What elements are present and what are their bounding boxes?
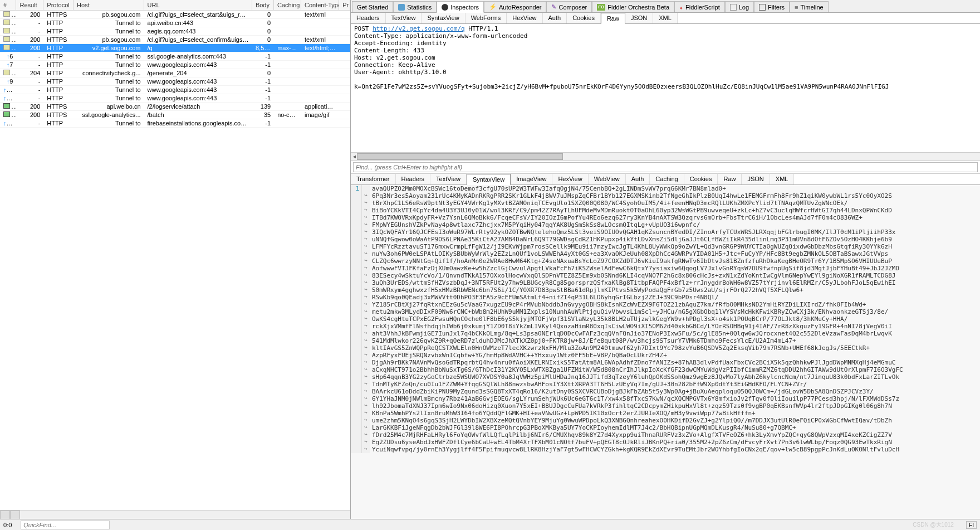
- response-tab-auth[interactable]: Auth: [626, 174, 650, 184]
- response-tab-imageview[interactable]: ImageView: [511, 174, 552, 184]
- code-line: ↪aht3VhhJkBFwmjiGE7IunJxl7q4bCKkOLmg/8q+…: [351, 330, 980, 337]
- response-tab-textview[interactable]: TextView: [430, 174, 467, 184]
- table-row[interactable]: 12200HTTPSapi.weibo.cn/2/logservice/atta…: [0, 103, 350, 111]
- request-raw-view[interactable]: POST http://v2.get.sogou.com/q HTTP/1.1 …: [351, 24, 980, 152]
- response-tab-json[interactable]: JSON: [742, 174, 770, 184]
- request-inspector-tabs: HeadersTextViewSyntaxViewWebFormsHexView…: [351, 13, 980, 24]
- table-row[interactable]: 8204HTTPconnectivitycheck.g.../generate_…: [0, 69, 350, 77]
- tab-inspectors[interactable]: Inspectors: [437, 1, 484, 13]
- timeline-icon: ≡: [795, 4, 798, 11]
- response-syntax-view[interactable]: 1avaQUPZO2Mm0MOXcBSWc16toDemof3cfgU70sUP…: [351, 185, 980, 519]
- request-horizontal-scrollbar[interactable]: ◄: [351, 152, 980, 161]
- wrap-icon: ↪: [362, 308, 370, 315]
- tab-get-started[interactable]: Get Started: [352, 1, 393, 12]
- cursor-position: 0:0: [3, 522, 12, 528]
- code-line: ↪3uQh3UrEDS/wttmSfHZVszbDqJ+3NT5RFUt2y7h…: [351, 279, 980, 286]
- code-line: ↪ITBd7KWOVRxKpdyFR+Vz7YsnL6QMoBkk6/FcqeC…: [351, 214, 980, 221]
- tab-autoresponder[interactable]: ⚡AutoResponder: [484, 1, 546, 12]
- tab-label: Statistics: [407, 4, 432, 11]
- tab-label: Get Started: [357, 4, 388, 11]
- wrap-icon: ↪: [362, 359, 370, 366]
- tab-filters[interactable]: Filters: [754, 1, 790, 12]
- tab-label: Filters: [768, 4, 785, 11]
- col-result[interactable]: Result: [16, 0, 43, 10]
- sessions-header[interactable]: # Result Protocol Host URL Body Caching …: [0, 0, 350, 11]
- code-line: ↪metu2mkw3MLydDIxF09Nw6rCNC+bWb8m2HUhW9u…: [351, 308, 980, 315]
- wrap-icon: ↪: [362, 373, 370, 381]
- col-content-type[interactable]: Content-Type: [301, 0, 339, 10]
- request-tab-json[interactable]: JSON: [625, 13, 653, 23]
- request-tab-textview[interactable]: TextView: [386, 13, 422, 23]
- response-tab-caching[interactable]: Caching: [650, 174, 684, 184]
- code-line: ↪BAArkcU61oDddZbiKiPNU9MyZqund3sSGQ8TxXT…: [351, 388, 980, 395]
- code-line: ↪RSwKb9qo0QEadj3xMWVVtt0DhPO3F3FA5z9cEFU…: [351, 294, 980, 301]
- table-row[interactable]: ↑11-HTTPTunnel towww.googleapis.com:443-…: [0, 94, 350, 103]
- request-tab-cookies[interactable]: Cookies: [567, 13, 601, 23]
- table-row[interactable]: 5200HTTPv2.get.sogou.com/q8,525max-ag...…: [0, 44, 350, 52]
- col-caching[interactable]: Caching: [274, 0, 301, 10]
- tab-log[interactable]: Log: [725, 1, 754, 12]
- table-row[interactable]: ↑14-HTTPTunnel tofirebaseinstallations.g…: [0, 119, 350, 128]
- fo-icon: FO: [597, 4, 605, 11]
- response-tab-webview[interactable]: WebView: [589, 174, 626, 184]
- wrap-icon: [362, 185, 370, 192]
- col-host[interactable]: Host: [74, 0, 144, 10]
- find-input[interactable]: [353, 162, 978, 172]
- code-line: ↪83ESecy4wSktuYcVo/1/QnvndTKkA157OXxolHo…: [351, 272, 980, 279]
- quickfind-input[interactable]: [21, 521, 110, 529]
- table-row[interactable]: ↑9-HTTPTunnel towww.googleapis.com:443-1: [0, 77, 350, 86]
- arrow-up-icon: ↑: [3, 120, 13, 127]
- col-protocol[interactable]: Protocol: [43, 0, 74, 10]
- table-row[interactable]: ↑10-HTTPTunnel towww.googleapis.com:443-…: [0, 86, 350, 94]
- code-line: ↪fDrd25M4c7MjRHFaLHRyl6FoYqOWvfWlLQfLqlP…: [351, 431, 980, 439]
- tab-fiddler-orchestra-beta[interactable]: FOFiddler Orchestra Beta: [592, 1, 674, 12]
- code-line: ↪LarGKKBFiJgeNFqgDb2bWJFGl39l8WE6PI8POhr…: [351, 424, 980, 431]
- code-line: ↪FMpWYEGUnshVZkPvNay4p8wtlaxc7Zhcjxx7M5P…: [351, 221, 980, 228]
- table-row[interactable]: 13200HTTPSssl.google-analytics.../batch3…: [0, 111, 350, 119]
- response-tab-raw[interactable]: Raw: [718, 174, 742, 184]
- response-tab-hexview[interactable]: HexView: [552, 174, 588, 184]
- tab-composer[interactable]: ✎Composer: [546, 1, 592, 12]
- response-tab-cookies[interactable]: Cookies: [684, 174, 718, 184]
- col-body[interactable]: Body: [252, 0, 274, 10]
- wrap-icon: ↪: [362, 243, 370, 250]
- col-process[interactable]: Pr: [339, 0, 350, 10]
- request-tab-auth[interactable]: Auth: [543, 13, 567, 23]
- flag-button[interactable]: Fl: [966, 521, 977, 529]
- response-tab-transformer[interactable]: Transformer: [351, 174, 396, 184]
- code-line: ↪BiBoYCKkVTI4CpYc4da4U3Y3UJ0y01W/wol3KRF…: [351, 207, 980, 214]
- wrap-icon: ↪: [362, 200, 370, 207]
- col-number[interactable]: #: [0, 0, 16, 10]
- code-line: ↪OwKS4cgHtuTCPxEG2FwsuHQnCOche0lF8bE6yS5…: [351, 315, 980, 323]
- response-tab-xml[interactable]: XML: [770, 174, 795, 184]
- request-url-link[interactable]: http://v2.get.sogou.com/q: [373, 25, 465, 32]
- tab-timeline[interactable]: ≡Timeline: [790, 1, 829, 12]
- table-row[interactable]: 1200HTTPSpb.sogou.com/cl.gif?uigs_cl=sel…: [0, 11, 350, 19]
- table-row[interactable]: 3-HTTPTunnel toaegis.qq.com:4430: [0, 27, 350, 36]
- request-tab-hexview[interactable]: HexView: [507, 13, 542, 23]
- sessions-horizontal-scrollbar[interactable]: [0, 510, 350, 519]
- response-tab-headers[interactable]: Headers: [396, 174, 431, 184]
- request-tab-headers[interactable]: Headers: [351, 13, 386, 23]
- table-row[interactable]: 4200HTTPSpb.sogou.com/cl.gif?uigs_cl=sel…: [0, 36, 350, 44]
- request-tab-raw[interactable]: Raw: [601, 13, 625, 24]
- code-line: ↪3IQcWQFAYr16QJCFEsI3oWuR97WLrRty92ykOZO…: [351, 228, 980, 236]
- wrap-icon: ↪: [362, 330, 370, 337]
- code-line: ↪6Y1YHaJNM0jNWlmBmcny7Rbz41AaB6GvjEOEG/s…: [351, 395, 980, 402]
- col-url[interactable]: URL: [144, 0, 252, 10]
- request-tab-xml[interactable]: XML: [653, 13, 678, 23]
- request-tab-syntaxview[interactable]: SyntaxView: [422, 13, 465, 23]
- code-line: ↪aCxqNHCT971o2BbhhBbNuSxTg6S/GThDcI31Y2K…: [351, 366, 980, 373]
- code-line: ↪YZ185rCBtXj27fqRtxnEEzGu5cVaaG7xugzEU9c…: [351, 301, 980, 308]
- tab-statistics[interactable]: Statistics: [393, 1, 437, 12]
- wrap-icon: ↪: [362, 337, 370, 344]
- table-row[interactable]: 2-HTTPTunnel toapi.weibo.cn:4430: [0, 19, 350, 27]
- wrap-icon: ↪: [362, 286, 370, 294]
- response-tab-syntaxview[interactable]: SyntaxView: [467, 174, 511, 185]
- request-tab-webforms[interactable]: WebForms: [465, 13, 507, 23]
- sessions-table[interactable]: # Result Protocol Host URL Body Caching …: [0, 0, 350, 510]
- tab-label: Log: [739, 4, 749, 11]
- tab-fiddlerscript[interactable]: ⬥FiddlerScript: [674, 1, 725, 12]
- table-row[interactable]: ↑7-HTTPTunnel towww.googleapis.com:443-1: [0, 61, 350, 69]
- table-row[interactable]: ↑6-HTTPTunnel tossl.google-analytics.com…: [0, 52, 350, 61]
